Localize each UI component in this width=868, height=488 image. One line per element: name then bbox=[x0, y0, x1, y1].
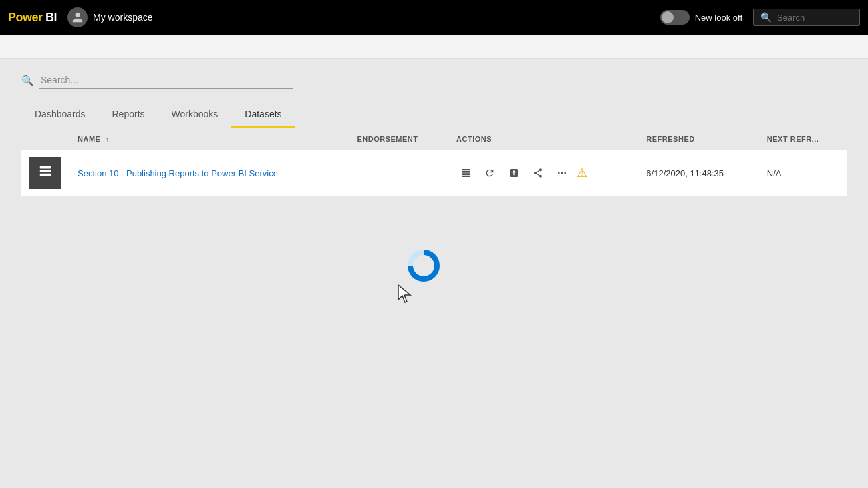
brand-logo: Power BI bbox=[8, 11, 57, 25]
avatar bbox=[67, 7, 88, 27]
col-next-refresh-header: NEXT REFR... bbox=[759, 128, 847, 150]
tab-dashboards[interactable]: Dashboards bbox=[21, 102, 99, 128]
navbar: Power BI My workspace New look off 🔍 bbox=[0, 0, 868, 35]
col-endorsement-header: ENDORSEMENT bbox=[349, 128, 448, 150]
loading-spinner bbox=[408, 250, 440, 282]
toggle-knob bbox=[662, 11, 674, 23]
new-look-toggle[interactable] bbox=[660, 10, 690, 25]
row-endorsement-cell bbox=[349, 150, 448, 196]
tab-datasets[interactable]: Datasets bbox=[231, 102, 295, 128]
tab-workbooks[interactable]: Workbooks bbox=[158, 102, 232, 128]
row-next-refresh-cell: N/A bbox=[759, 150, 847, 196]
col-refreshed-header: REFRESHED bbox=[638, 128, 758, 150]
global-search-input[interactable] bbox=[777, 13, 853, 23]
new-look-label: New look off bbox=[695, 13, 742, 23]
brand-area: Power BI bbox=[8, 11, 57, 25]
content-search-icon: 🔍 bbox=[21, 75, 34, 87]
loading-area bbox=[21, 250, 847, 303]
workspace-label: My workspace bbox=[93, 12, 152, 23]
svg-point-1 bbox=[561, 172, 563, 174]
row-refreshed-cell: 6/12/2020, 11:48:35 bbox=[638, 150, 758, 196]
refresh-button[interactable] bbox=[480, 164, 499, 182]
create-report-button[interactable] bbox=[504, 164, 523, 182]
content-search-area: 🔍 bbox=[21, 72, 847, 89]
cursor-icon bbox=[396, 284, 414, 310]
new-look-toggle-area[interactable]: New look off bbox=[660, 10, 742, 25]
action-icons-group: ⚠ bbox=[456, 164, 630, 182]
global-search-box[interactable]: 🔍 bbox=[753, 9, 860, 26]
dataset-icon-box bbox=[29, 157, 61, 189]
datasets-table: NAME ↑ ENDORSEMENT ACTIONS REFRESHED NEX… bbox=[21, 128, 847, 196]
row-actions-cell: ⚠ bbox=[448, 150, 638, 196]
col-actions-header: ACTIONS bbox=[448, 128, 638, 150]
navbar-right: New look off 🔍 bbox=[660, 9, 860, 26]
search-icon: 🔍 bbox=[760, 12, 772, 23]
col-name-header[interactable]: NAME ↑ bbox=[69, 128, 349, 150]
table-row: Section 10 - Publishing Reports to Power… bbox=[21, 150, 847, 196]
col-icon bbox=[21, 128, 69, 150]
content-search-input[interactable] bbox=[39, 72, 293, 89]
more-options-button[interactable] bbox=[553, 164, 571, 182]
workspace-selector[interactable]: My workspace bbox=[67, 7, 152, 27]
subheader bbox=[0, 35, 868, 59]
share-button[interactable] bbox=[529, 164, 547, 182]
dataset-icon bbox=[38, 164, 53, 182]
tabs-bar: Dashboards Reports Workbooks Datasets bbox=[21, 102, 847, 128]
spinner-container bbox=[408, 250, 461, 303]
tab-reports[interactable]: Reports bbox=[99, 102, 158, 128]
table-header-row: NAME ↑ ENDORSEMENT ACTIONS REFRESHED NEX… bbox=[21, 128, 847, 150]
svg-point-2 bbox=[564, 172, 566, 174]
svg-point-0 bbox=[558, 172, 560, 174]
analyze-in-excel-button[interactable] bbox=[456, 164, 475, 182]
warning-icon: ⚠ bbox=[577, 166, 587, 180]
main-content: 🔍 Dashboards Reports Workbooks Datasets … bbox=[0, 59, 868, 488]
row-name-cell[interactable]: Section 10 - Publishing Reports to Power… bbox=[69, 150, 349, 196]
sort-arrow-icon: ↑ bbox=[106, 136, 110, 143]
row-icon-cell bbox=[21, 150, 69, 196]
